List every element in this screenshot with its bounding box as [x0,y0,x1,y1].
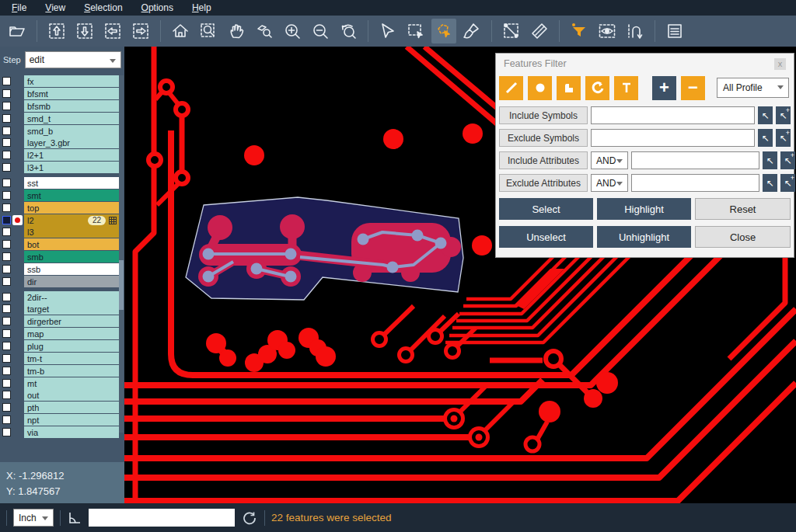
layer-row[interactable]: smd_b [0,124,124,137]
layers-panel-button[interactable] [662,19,687,43]
layer-row[interactable]: layer_3.gbr [0,137,124,149]
snap-route-button[interactable] [623,19,648,43]
home-view-button[interactable] [168,19,193,43]
layer-row[interactable]: bot [0,238,124,251]
layer-checkbox[interactable] [2,102,11,110]
layer-checkbox[interactable] [2,304,11,313]
layer-row[interactable]: dir [0,276,124,288]
layer-row[interactable]: l2+1 [0,149,124,162]
layer-checkbox[interactable] [2,240,11,249]
layer-checkbox[interactable] [2,216,11,224]
refresh-icon[interactable] [241,509,258,527]
dialog-titlebar[interactable]: Features Filter x [496,54,794,74]
close-button[interactable]: Close [695,226,791,248]
layer-row[interactable]: bfsmt [0,88,124,100]
layer-checkbox[interactable] [2,416,11,424]
layer-row[interactable]: tm-b [0,364,124,377]
layer-row[interactable]: via [0,426,124,439]
menu-options[interactable]: Options [133,1,182,15]
exclude-symbols-button[interactable]: Exclude Symbols [499,129,588,147]
layer-row[interactable]: dirgerber [0,315,124,328]
include-attributes-operator[interactable]: AND [591,151,628,169]
highlight-button[interactable]: Highlight [597,198,691,220]
view-options-button[interactable] [595,19,620,43]
angle-mode-icon[interactable] [67,510,82,526]
layer-row[interactable]: pth [0,402,124,414]
pick-add-attribute-button[interactable]: ↖+ [780,174,795,192]
zoom-window-button[interactable] [196,19,221,43]
pick-symbol-button[interactable]: ↖ [758,129,773,147]
unselect-button[interactable]: Unselect [499,226,593,248]
features-filter-button[interactable] [567,19,592,43]
layer-checkbox[interactable] [2,163,11,172]
menu-selection[interactable]: Selection [75,1,131,15]
layer-row[interactable]: smd_t [0,113,124,125]
rect-select-button[interactable] [403,19,428,43]
layer-checkbox[interactable] [2,403,11,412]
layer-checkbox[interactable] [2,317,11,325]
layer-checkbox[interactable] [2,191,11,200]
layer-checkbox[interactable] [2,354,11,363]
layer-row[interactable]: bfsmb [0,100,124,113]
surface-feature-button[interactable] [557,76,581,100]
layer-row[interactable]: l3 [0,226,124,238]
pick-add-symbol-button[interactable]: ↖+ [776,129,791,147]
layer-checkbox[interactable] [2,428,11,436]
zoom-in-button[interactable] [280,19,305,43]
pan-up-button[interactable] [44,19,69,43]
zoom-out-button[interactable] [308,19,333,43]
pick-symbol-button[interactable]: ↖ [758,106,773,124]
layer-row[interactable]: smb [0,251,124,263]
scrollbar-thumb[interactable] [119,260,124,310]
layer-row[interactable]: top [0,201,124,214]
remove-filter-button[interactable]: − [681,76,705,100]
clear-brush-button[interactable] [459,19,484,43]
polygon-select-button[interactable] [431,19,456,43]
layer-row[interactable]: map [0,328,124,340]
step-select[interactable]: edit [25,51,121,68]
layer-checkbox[interactable] [2,138,11,147]
layer-checkbox[interactable] [2,114,11,123]
add-filter-button[interactable]: + [652,76,676,100]
unhighlight-button[interactable]: Unhighlight [597,226,691,248]
zoom-previous-button[interactable] [336,19,361,43]
profile-select[interactable]: All Profile [717,78,789,98]
pan-left-button[interactable] [100,19,125,43]
reset-button[interactable]: Reset [695,198,791,220]
layer-checkbox[interactable] [2,151,11,159]
pick-add-attribute-button[interactable]: ↖+ [780,151,795,169]
layer-checkbox[interactable] [2,265,11,273]
zoom-object-button[interactable] [252,19,277,43]
measure-ruler-button[interactable] [527,19,552,43]
layer-checkbox[interactable] [2,252,11,261]
layer-list-scrollbar[interactable] [119,75,124,433]
layer-checkbox[interactable] [2,293,11,301]
select-pointer-button[interactable] [375,19,400,43]
pan-down-button[interactable] [72,19,97,43]
layer-checkbox[interactable] [2,179,11,187]
layer-row[interactable]: out [0,389,124,402]
layer-row[interactable]: fx [0,75,124,88]
layer-row[interactable]: plug [0,340,124,353]
text-feature-button[interactable] [614,76,638,100]
close-icon[interactable]: x [774,58,786,70]
layer-checkbox[interactable] [2,127,11,135]
include-attributes-input[interactable] [631,151,759,169]
unit-select[interactable]: Inch [13,509,54,527]
layer-row[interactable]: target [0,303,124,315]
layer-row[interactable]: l3+1 [0,162,124,174]
layer-row[interactable]: sst [0,177,124,190]
layer-checkbox[interactable] [2,342,11,350]
pan-right-button[interactable] [128,19,153,43]
pick-add-symbol-button[interactable]: ↖+ [776,106,791,124]
layer-checkbox[interactable] [2,277,11,286]
line-feature-button[interactable] [499,76,523,100]
measure-line-button[interactable] [499,19,524,43]
exclude-attributes-operator[interactable]: AND [591,174,628,192]
layer-row[interactable]: 2dir-- [0,290,124,303]
include-symbols-input[interactable] [591,106,755,124]
layer-row[interactable]: ssb [0,263,124,276]
menu-file[interactable]: File [3,1,35,15]
pick-attribute-button[interactable]: ↖ [763,151,777,169]
layer-row[interactable]: tm-t [0,353,124,365]
